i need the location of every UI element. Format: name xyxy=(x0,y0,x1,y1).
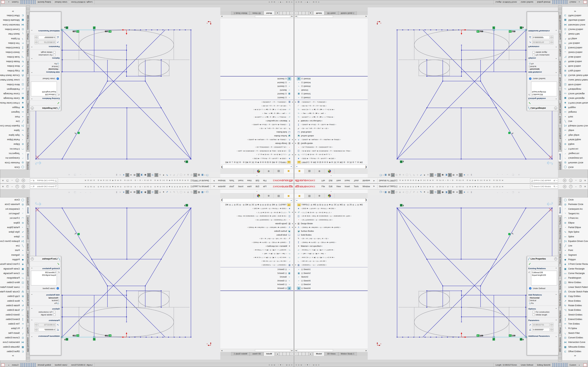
checkbox[interactable] xyxy=(53,311,55,313)
sketch-tool[interactable]: ◫Mirror Entities xyxy=(0,280,26,285)
commandmanager-tab[interactable]: Direct Editing xyxy=(558,226,562,241)
relation-item[interactable]: Collinear108 xyxy=(32,271,56,274)
relations-list[interactable]: Collinear108Equal length109 xyxy=(531,82,557,96)
sketch-tool[interactable]: ▭Corner Rectangle xyxy=(0,271,26,275)
sketch-tool[interactable]: ▣Center Rectangle xyxy=(562,266,588,271)
for-construction-option[interactable]: For construction xyxy=(31,54,55,56)
sketch-tool[interactable]: ▪Point xyxy=(0,114,26,119)
sketch-tool[interactable]: ⋈Intersection Curve xyxy=(562,23,588,27)
panel-help-icon[interactable]: ? xyxy=(31,107,34,110)
sketch-tool[interactable]: ◫Mirror Entities xyxy=(562,82,588,87)
sketch-tool[interactable]: ◹Scale Entities xyxy=(0,308,26,312)
sketch-tool[interactable]: ↗Move Entities xyxy=(562,64,588,68)
sketch-tool[interactable]: ◝Tangent Arc xyxy=(562,211,588,216)
relation-item[interactable]: Collinear108 xyxy=(532,93,556,96)
relation-item[interactable]: Equal length109 xyxy=(532,91,556,93)
commandmanager-tab[interactable]: : xyxy=(558,5,562,9)
commandmanager-tab[interactable]: Features xyxy=(558,197,562,205)
panel-help-icon[interactable]: ? xyxy=(31,258,34,260)
sketch-tool[interactable]: ◜Centerpoint Arc xyxy=(562,156,588,160)
add-relation-button[interactable]: │Vertical xyxy=(529,66,557,68)
sketch-tool[interactable]: ✂Trim Entities xyxy=(562,322,588,326)
commandmanager-tab[interactable]: : xyxy=(26,9,30,13)
sketch-tool[interactable]: ƒxEquation Driven Curve xyxy=(0,239,26,243)
sketch-tool[interactable]: ╏Extend Entities xyxy=(562,45,588,50)
commandmanager-tab[interactable]: Sheet Metal xyxy=(26,253,30,265)
sketch-tool[interactable]: ◎Perimeter Circle xyxy=(562,160,588,165)
commandmanager-tab[interactable]: Data Migration xyxy=(26,42,30,59)
commandmanager-tab[interactable]: Markup xyxy=(558,326,562,335)
sketch-tool[interactable]: ◠3 Point Arc xyxy=(0,147,26,151)
expand-icon[interactable]: ⌄ xyxy=(31,335,33,337)
sketch-tool[interactable]: ⊏Offset Entities xyxy=(562,349,588,354)
sketch-tool[interactable]: ◜Centerpoint Arc xyxy=(0,156,26,160)
sketch-tool[interactable]: ◫Mirror Entities xyxy=(562,280,588,285)
sketch-tool[interactable]: ▣Center Rectangle xyxy=(0,96,26,100)
commandmanager-tab[interactable]: Surfaces xyxy=(558,141,562,151)
angle-input[interactable] xyxy=(532,36,550,39)
sketch-tool[interactable]: ∾Spline xyxy=(0,234,26,239)
length-spinner[interactable]: ▲▼ xyxy=(550,323,553,327)
add-relation-button[interactable]: │Vertical xyxy=(31,299,59,301)
relations-list[interactable]: Collinear108Equal length109 xyxy=(31,271,57,285)
commandmanager-tab[interactable]: Mold Tools xyxy=(558,278,562,292)
relation-item[interactable]: Collinear108 xyxy=(532,271,556,274)
infinite-length-option[interactable]: Infinite length xyxy=(533,51,557,53)
commandmanager-tab[interactable]: Sketch xyxy=(558,151,562,162)
sketch-tool[interactable]: ╏Extend Entities xyxy=(0,45,26,50)
add-relation-button[interactable]: ⚓Fix xyxy=(529,63,557,65)
collapse-icon[interactable]: ⌃ xyxy=(555,267,557,270)
sketch-tool[interactable]: ▭Corner Rectangle xyxy=(562,92,588,96)
collapse-icon[interactable]: ⌃ xyxy=(31,97,33,100)
commandmanager-tab[interactable]: Sketch xyxy=(26,205,30,216)
sketch-tool[interactable]: ◫Mirror Entities xyxy=(0,82,26,87)
collapse-icon[interactable]: ⌃ xyxy=(31,319,33,322)
commandmanager-tab[interactable]: Direct Editing xyxy=(558,126,562,141)
sketch-tool[interactable]: ◯Circle xyxy=(562,165,588,169)
sketch-tool[interactable]: ◆Polygon xyxy=(0,105,26,110)
more-tools-icon[interactable]: ≫ xyxy=(0,10,26,13)
commandmanager-tab[interactable]: MBD Dimensions xyxy=(558,335,562,354)
sketch-tool[interactable]: ▭Corner Rectangle xyxy=(562,271,588,275)
sketch-tool[interactable]: ∾Spline xyxy=(562,234,588,239)
checkbox[interactable] xyxy=(533,314,535,316)
commandmanager-tab[interactable]: Direct Editing xyxy=(26,126,30,141)
commandmanager-tab[interactable]: MBD Dimensions xyxy=(26,13,30,32)
collapse-icon[interactable]: ⌃ xyxy=(555,71,557,73)
sketch-tool[interactable]: ▩Silhouette Entities xyxy=(562,345,588,349)
sketch-tool[interactable]: ◜Centerpoint Arc xyxy=(562,207,588,211)
sketch-tool[interactable]: ⊞Copy Entities xyxy=(0,294,26,299)
sketch-tool[interactable]: ╰Fit Spline xyxy=(0,36,26,41)
for-construction-option[interactable]: For construction xyxy=(533,54,557,56)
sketch-tool[interactable]: ◹Scale Entities xyxy=(0,55,26,59)
sketch-tool[interactable]: ⊞Copy Entities xyxy=(0,68,26,73)
commandmanager-tab[interactable]: Mesh Modeling xyxy=(26,292,30,307)
commandmanager-tab[interactable]: Mesh Modeling xyxy=(558,60,562,75)
collapse-icon[interactable]: ⌃ xyxy=(31,45,33,48)
angle-spinner[interactable]: ▲▼ xyxy=(35,35,38,39)
commandmanager-tab[interactable]: Direct Editing xyxy=(26,226,30,241)
sketch-tool[interactable]: ◯Circle xyxy=(0,198,26,202)
commandmanager-tab[interactable]: Weldments xyxy=(558,89,562,102)
add-relation-button[interactable]: ─Horizontal xyxy=(31,297,59,299)
add-relation-button[interactable]: ─Horizontal xyxy=(529,68,557,70)
commandmanager-tab[interactable]: Markup xyxy=(26,326,30,335)
commandmanager-tab[interactable]: Evaluate xyxy=(26,241,30,252)
sketch-tool[interactable]: ▩Silhouette Entities xyxy=(0,345,26,349)
sketch-tool[interactable]: ⁂Circular Sketch Pattern xyxy=(562,289,588,294)
sketch-tool[interactable]: ⋈Intersection Curve xyxy=(0,340,26,344)
angle-spinner[interactable]: ▲▼ xyxy=(550,328,553,332)
sketch-tool[interactable]: ∷Linear Sketch Pattern xyxy=(562,78,588,82)
length-input[interactable] xyxy=(38,323,56,326)
commandmanager-tab[interactable]: Sheet Metal xyxy=(558,102,562,114)
angle-spinner[interactable]: ▲▼ xyxy=(550,35,553,39)
sketch-tool[interactable]: ⋈Intersection Curve xyxy=(0,23,26,27)
more-tools-icon[interactable]: ≫ xyxy=(562,10,588,13)
sketch-tool[interactable]: ╮Sketch Fillet xyxy=(562,32,588,36)
sketch-tool[interactable]: ∺Segment xyxy=(562,253,588,257)
sketch-tool[interactable]: ◠3 Point Arc xyxy=(562,216,588,220)
sketch-tool[interactable]: ◈3 Point Center Recta... xyxy=(562,262,588,266)
angle-input[interactable] xyxy=(38,36,56,39)
commandmanager-tab[interactable]: Sheet Metal xyxy=(26,102,30,114)
sketch-tool[interactable]: ✂Trim Entities xyxy=(0,322,26,326)
